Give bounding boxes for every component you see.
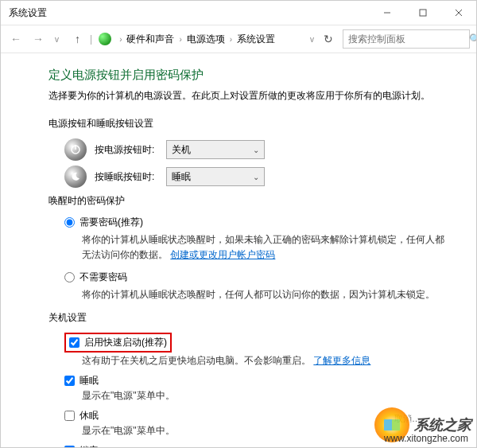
hibernate-option-label: 休眠 <box>80 409 99 423</box>
select-value: 关机 <box>172 143 191 157</box>
lock-option-line[interactable]: 锁定 <box>64 444 452 447</box>
titlebar: 系统设置 <box>1 1 476 25</box>
section-power-buttons-label: 电源按钮和睡眠按钮设置 <box>48 117 452 131</box>
power-icon <box>64 138 87 161</box>
no-password-desc: 将你的计算机从睡眠状态唤醒时，任何人都可以访问你的数据，因为计算机未锁定。 <box>82 287 452 302</box>
toolbar: ← → v ↑ | › 硬件和声音 › 电源选项 › 系统设置 v ↻ 🔍 <box>1 25 476 53</box>
no-password-radio-line[interactable]: 不需要密码 <box>64 271 452 284</box>
content-area: 定义电源按钮并启用密码保护 选择要为你的计算机的电源设置。在此页上对设置所做的更… <box>1 53 476 447</box>
sleep-option-label: 睡眠 <box>80 374 99 388</box>
lock-option-label: 锁定 <box>80 444 99 447</box>
page-description: 选择要为你的计算机的电源设置。在此页上对设置所做的更改将应用于你所有的电源计划。 <box>48 89 452 103</box>
no-password-label: 不需要密码 <box>80 271 127 284</box>
section-shutdown-label: 关机设置 <box>48 311 452 325</box>
close-button[interactable] <box>440 1 476 25</box>
fast-startup-option: 启用快速启动(推荐) 这有助于在关机之后更快地启动电脑。不会影响重启。 了解更多… <box>64 333 452 368</box>
watermark-text: 系统之家 <box>414 415 471 434</box>
search-box[interactable]: 🔍 <box>343 29 470 49</box>
svg-rect-1 <box>420 10 426 16</box>
maximize-button[interactable] <box>405 1 440 25</box>
lock-checkbox[interactable] <box>64 446 75 447</box>
require-password-desc: 将你的计算机从睡眠状态唤醒时，如果未输入正确的密码来解除计算机锁定，任何人都无法… <box>82 232 452 263</box>
breadcrumb-item[interactable]: 硬件和声音 <box>126 33 174 46</box>
sleep-option-desc: 显示在"电源"菜单中。 <box>82 389 452 403</box>
address-dropdown[interactable]: v <box>310 35 314 44</box>
page-title: 定义电源按钮并启用密码保护 <box>48 68 452 83</box>
chevron-icon: › <box>179 35 181 44</box>
chevron-icon: › <box>230 35 232 44</box>
separator: | <box>90 33 92 45</box>
fast-startup-desc: 这有助于在关机之后更快地启动电脑。不会影响重启。 了解更多信息 <box>82 354 452 368</box>
select-value: 睡眠 <box>172 170 191 184</box>
breadcrumb-item[interactable]: 系统设置 <box>237 33 275 46</box>
fast-startup-checkbox[interactable] <box>69 337 80 348</box>
sleep-option-line[interactable]: 睡眠 <box>64 374 452 388</box>
section-password-label: 唤醒时的密码保护 <box>48 194 452 208</box>
highlight-box: 启用快速启动(推荐) <box>64 333 172 353</box>
hibernate-checkbox[interactable] <box>64 411 75 421</box>
chevron-down-icon: ⌄ <box>253 173 259 181</box>
power-button-row: 按电源按钮时: 关机 ⌄ <box>64 138 452 161</box>
minimize-button[interactable] <box>369 1 405 25</box>
forward-button[interactable]: → <box>29 31 47 47</box>
require-password-radio[interactable] <box>64 217 75 228</box>
history-dropdown[interactable]: v <box>52 33 62 45</box>
learn-more-link[interactable]: 了解更多信息 <box>313 355 370 366</box>
watermark-url: www.xitongzhe.com <box>384 433 468 444</box>
window-title: 系统设置 <box>9 6 369 20</box>
chevron-icon: › <box>119 35 122 44</box>
no-password-option: 不需要密码 将你的计算机从睡眠状态唤醒时，任何人都可以访问你的数据，因为计算机未… <box>64 271 452 302</box>
lock-option: 锁定 显示在用户头像菜单中。 <box>64 444 452 447</box>
search-icon[interactable]: 🔍 <box>469 33 477 45</box>
power-button-select[interactable]: 关机 ⌄ <box>166 140 265 159</box>
chevron-down-icon: ⌄ <box>253 146 259 154</box>
sleep-button-label: 按睡眠按钮时: <box>95 170 166 184</box>
require-password-label: 需要密码(推荐) <box>80 216 143 229</box>
sleep-icon <box>64 166 87 188</box>
search-input[interactable] <box>347 33 469 45</box>
no-password-radio[interactable] <box>64 272 75 282</box>
up-button[interactable]: ↑ <box>72 31 83 47</box>
fast-startup-line[interactable]: 启用快速启动(推荐) <box>69 336 167 349</box>
sleep-button-select[interactable]: 睡眠 ⌄ <box>166 167 265 186</box>
create-password-link[interactable]: 创建或更改用户帐户密码 <box>170 249 275 260</box>
require-password-radio-line[interactable]: 需要密码(推荐) <box>64 216 452 229</box>
power-button-label: 按电源按钮时: <box>95 143 166 157</box>
sleep-checkbox[interactable] <box>64 376 75 386</box>
breadcrumb-item[interactable]: 电源选项 <box>187 33 225 46</box>
refresh-button[interactable]: ↻ <box>324 33 333 45</box>
breadcrumb[interactable]: › 硬件和声音 › 电源选项 › 系统设置 <box>99 33 305 46</box>
back-button[interactable]: ← <box>7 31 25 47</box>
control-panel-icon <box>99 33 111 45</box>
fast-startup-label: 启用快速启动(推荐) <box>84 336 167 349</box>
sleep-button-row: 按睡眠按钮时: 睡眠 ⌄ <box>64 166 452 188</box>
require-password-option: 需要密码(推荐) 将你的计算机从睡眠状态唤醒时，如果未输入正确的密码来解除计算机… <box>64 216 452 263</box>
sleep-option: 睡眠 显示在"电源"菜单中。 <box>64 374 452 403</box>
